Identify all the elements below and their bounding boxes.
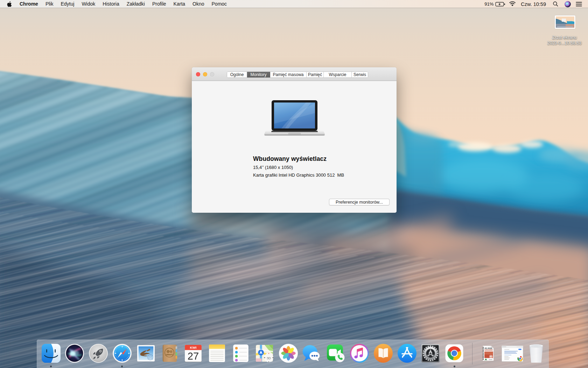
- svg-text:PC-POS: PC-POS: [485, 347, 492, 349]
- svg-text:3D: 3D: [266, 356, 271, 360]
- svg-text:27: 27: [188, 350, 199, 362]
- svg-text:KWI: KWI: [190, 346, 197, 349]
